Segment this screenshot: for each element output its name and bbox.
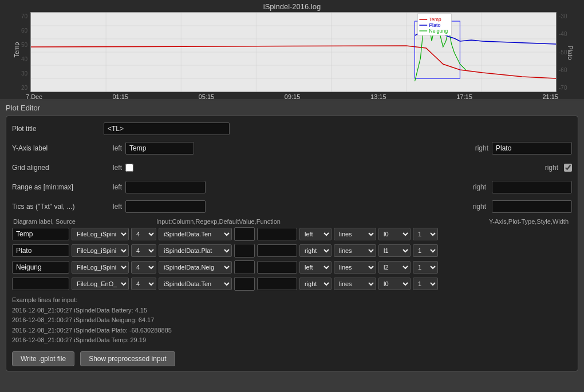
diagram-plottype-select-0[interactable]: lines points linespoints [334, 228, 376, 240]
diagram-plottype-select-1[interactable]: lines points [334, 244, 376, 257]
plot-title-row: Plot title [12, 121, 572, 137]
diagram-extra-input-2[interactable] [257, 261, 297, 274]
diagram-color-btn-0[interactable] [234, 227, 255, 241]
diagram-width-select-1[interactable]: 1 2 [413, 244, 438, 257]
left-label-tics: left [104, 203, 122, 211]
diagram-func-select-1[interactable]: iSpindelData.Plat [159, 244, 232, 257]
diagram-yaxis-select-3[interactable]: left right [299, 278, 332, 290]
diagram-col-select-3[interactable]: 4 [131, 278, 156, 290]
range-row: Range as [min:max] left right [12, 179, 572, 195]
diagram-col-select-0[interactable]: 4 [131, 228, 156, 240]
dh-label: Diagram label, Source [13, 218, 156, 225]
diagram-name-input-2[interactable] [12, 261, 69, 274]
diagram-style-select-0[interactable]: l0 l1 l2 [378, 228, 411, 240]
diagram-func-select-3[interactable]: iSpindelData.Ten [159, 278, 232, 290]
diagram-func-select-2[interactable]: iSpindelData.Neig [159, 261, 232, 274]
svg-text:Plato: Plato [429, 22, 440, 28]
diagram-yaxis-select-2[interactable]: left right [299, 261, 332, 274]
chart-y-ticks-left: 70 60 50 40 30 20 [5, 12, 30, 92]
diagram-col-select-1[interactable]: 4 [131, 244, 156, 257]
dh-yaxis: Y-Axis,Plot-Type,Style,Width [351, 218, 571, 225]
diagram-yaxis-select-0[interactable]: left right [299, 228, 332, 240]
diagram-yaxis-select-1[interactable]: left right [299, 244, 332, 257]
diagram-rows: FileLog_iSpini 4 iSpindelData.Ten left r… [12, 227, 572, 291]
range-left-input[interactable] [125, 181, 206, 193]
range-label: Range as [min:max] [12, 183, 104, 191]
diagram-row: FileLog_EnO_ 4 iSpindelData.Ten left rig… [12, 277, 572, 291]
tics-row: Tics as ("Txt" val, ...) left right [12, 199, 572, 215]
diagram-extra-input-1[interactable] [257, 244, 297, 257]
y-axis-right-input[interactable] [492, 142, 572, 155]
right-label-grid: right [545, 164, 558, 172]
write-gplot-button[interactable]: Write .gplot file [12, 351, 74, 366]
right-label-yaxis: right [475, 144, 488, 152]
chart-title: iSpindel-2016.log [0, 0, 584, 12]
chart-y-ticks-right: -30 -40 -50 -60 -70 [557, 12, 579, 92]
diagram-style-select-3[interactable]: l0 l1 l2 [378, 278, 411, 290]
diagram-row: FileLog_iSpini 4 iSpindelData.Neig left … [12, 260, 572, 274]
right-label-tics: right [473, 203, 486, 211]
plot-title-input[interactable] [104, 122, 230, 135]
dh-input: Input:Column,Regexp,DefaultValue,Functio… [156, 218, 351, 225]
show-preprocessed-button[interactable]: Show preprocessed input [80, 351, 175, 366]
y-axis-left-input[interactable] [125, 142, 194, 155]
diagram-func-select-0[interactable]: iSpindelData.Ten [159, 228, 232, 240]
grid-aligned-row: Grid aligned left right [12, 160, 572, 176]
diagram-source-select-1[interactable]: FileLog_iSpini [72, 244, 129, 257]
plot-editor-title: Plot Editor [6, 104, 578, 112]
diagram-row: FileLog_iSpini 4 iSpindelData.Ten left r… [12, 227, 572, 241]
example-line-0: 2016-12-08_21:00:27 iSpindelData Battery… [12, 306, 572, 316]
y-axis-label-row: Y-Axis label left right [12, 140, 572, 156]
left-label-range: left [104, 183, 122, 191]
right-label-range: right [473, 183, 486, 191]
diagram-width-select-0[interactable]: 1 2 3 [413, 228, 438, 240]
diagram-source-select-0[interactable]: FileLog_iSpini [72, 228, 129, 240]
chart-svg: Temp Plato Neigung [31, 13, 556, 92]
buttons-row: Write .gplot file Show preprocessed inpu… [12, 351, 572, 366]
example-section: Example lines for input: 2016-12-08_21:0… [12, 295, 572, 346]
svg-text:Neigung: Neigung [429, 28, 448, 34]
diagram-style-select-1[interactable]: l0 l1 l2 [378, 244, 411, 257]
diagram-style-select-2[interactable]: l0 l1 l2 [378, 261, 411, 274]
diagram-plottype-select-3[interactable]: lines points [334, 278, 376, 290]
y-axis-label-label: Y-Axis label [12, 144, 104, 152]
tics-left-input[interactable] [125, 200, 206, 213]
diagram-source-select-3[interactable]: FileLog_EnO_ [72, 278, 129, 290]
diagram-width-select-2[interactable]: 1 2 [413, 261, 438, 274]
diagram-color-btn-3[interactable] [234, 277, 255, 291]
diagram-color-btn-1[interactable] [234, 244, 255, 258]
diagram-width-select-3[interactable]: 1 2 [413, 278, 438, 290]
example-line-2: 2016-12-08_21:00:27 iSpindelData Plato: … [12, 326, 572, 336]
grid-left-checkbox[interactable] [125, 164, 133, 172]
diagram-extra-input-0[interactable] [257, 228, 297, 240]
grid-aligned-label: Grid aligned [12, 164, 104, 172]
chart-area: iSpindel-2016.log Temp Plato 70 60 50 40… [0, 0, 584, 100]
plot-editor: Plot Editor Plot title Y-Axis label left… [0, 100, 584, 377]
diagram-col-select-2[interactable]: 4 [131, 261, 156, 274]
diagram-header: Diagram label, Source Input:Column,Regex… [12, 218, 572, 225]
editor-panel: Plot title Y-Axis label left right Grid … [6, 116, 578, 371]
svg-text:Temp: Temp [429, 17, 441, 22]
chart-plot-area: Temp Plato Neigung [30, 12, 557, 92]
diagram-extra-input-3[interactable] [257, 278, 297, 290]
example-line-1: 2016-12-08_21:00:27 iSpindelData Neigung… [12, 315, 572, 326]
example-line-3: 2016-12-08_21:00:27 iSpindelData Temp: 2… [12, 335, 572, 346]
chart-x-labels: 7.Dec 01:15 05:15 09:15 13:15 17:15 21:1… [0, 92, 584, 100]
diagram-row: FileLog_iSpini 4 iSpindelData.Plat left … [12, 244, 572, 258]
plot-title-label: Plot title [12, 125, 104, 133]
left-label-yaxis: left [104, 144, 122, 152]
diagram-color-btn-2[interactable] [234, 260, 255, 274]
tics-label: Tics as ("Txt" val, ...) [12, 203, 104, 211]
diagram-source-select-2[interactable]: FileLog_iSpini [72, 261, 129, 274]
grid-right-checkbox[interactable] [564, 164, 572, 172]
tics-right-input[interactable] [492, 200, 572, 213]
diagram-plottype-select-2[interactable]: lines points [334, 261, 376, 274]
diagram-name-input-0[interactable] [12, 228, 69, 240]
diagram-name-input-1[interactable] [12, 244, 69, 257]
example-title: Example lines for input: [12, 295, 572, 306]
left-label-grid: left [104, 164, 122, 172]
diagram-name-input-3[interactable] [12, 278, 69, 290]
range-right-input[interactable] [492, 181, 572, 193]
